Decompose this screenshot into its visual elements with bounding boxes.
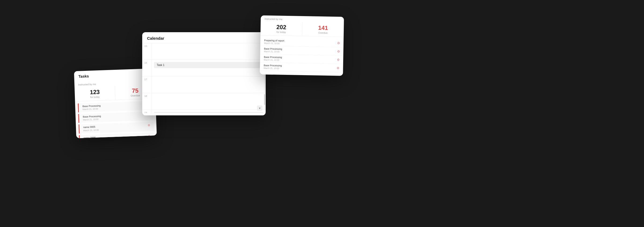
calendar-title: Calendar xyxy=(147,36,164,41)
tasks-title: Tasks xyxy=(78,72,150,78)
calendar-header: Calendar xyxy=(142,32,266,43)
inst-overdue-icon-2: ⊙ xyxy=(337,58,339,61)
cal-slot-15 xyxy=(152,43,266,60)
cal-slot-19[interactable]: Task 2 The JSON hard Drive is down, copy… xyxy=(152,110,266,113)
inst-stat-overdue: 141 Overdue xyxy=(302,22,344,37)
inst-overdue-label: Overdue xyxy=(305,31,341,35)
inst-task-item-3[interactable]: Base Processing March 21, 10:00 ⊙ xyxy=(260,63,343,72)
task-item-2[interactable]: name 0005 ⊙ March 21, 10:00 xyxy=(79,122,154,134)
tasks-today-label: for today xyxy=(78,95,112,99)
inst-task-info-3: Base Processing March 21, 10:00 xyxy=(264,64,335,71)
instructed-card: Instructed by me 202 for today 141 Overd… xyxy=(260,15,344,76)
cal-slot-17 xyxy=(152,76,266,93)
inst-stat-today: 202 for today xyxy=(261,21,302,36)
overdue-icon-2: ⊙ xyxy=(148,124,150,127)
cal-time-19: 19 xyxy=(142,110,152,113)
task-name-1: Base Processing xyxy=(83,115,101,118)
inst-task-info-0: Preparing of report March 21, 10:00 xyxy=(264,39,335,46)
cal-row-18: 18 xyxy=(142,93,266,110)
inst-task-list: Preparing of report March 21, 10:00 ⊙ Ba… xyxy=(260,38,343,72)
tasks-stat-today: 123 for today xyxy=(75,86,115,101)
inst-overdue-icon-0: ⊙ xyxy=(337,41,340,45)
inst-task-info-2: Base Processing March 21, 10:00 xyxy=(264,56,335,63)
cal-event-task2[interactable]: Task 2 The JSON hard Drive is down, copy… xyxy=(154,112,264,113)
task-name-0: Base Processing xyxy=(82,104,101,108)
task-item-header-3: name 0006 ⊙ xyxy=(83,134,150,138)
inst-today-label: for today xyxy=(264,31,299,34)
cal-row-17: 17 xyxy=(142,76,266,93)
cal-slot-16[interactable]: Task 1 xyxy=(152,60,266,76)
calendar-body: 15 16 Task 1 17 18 19 Task xyxy=(142,43,266,113)
inst-stats-row: 202 for today 141 Overdue xyxy=(261,21,344,37)
task-item-0[interactable]: Base Processing March 21, 10:00 xyxy=(78,101,153,113)
inst-today-number: 202 xyxy=(276,24,286,31)
inst-overdue-number: 141 xyxy=(318,24,328,31)
cal-row-19: 19 Task 2 The JSON hard Drive is down, c… xyxy=(142,110,266,113)
cal-scrollbar-thumb xyxy=(264,94,265,105)
cal-slot-18 xyxy=(152,93,266,109)
cal-row-16: 16 Task 1 xyxy=(142,60,266,76)
cal-time-17: 17 xyxy=(142,76,152,93)
calendar-card: Calendar 15 16 Task 1 17 18 19 xyxy=(142,32,266,115)
inst-overdue-icon-1: ⊙ xyxy=(337,50,340,53)
task-date-3: March 21, 10:00 xyxy=(84,138,151,138)
cal-event-title-1: Task 1 xyxy=(157,64,261,67)
cal-time-18: 18 xyxy=(142,93,152,109)
cal-event-task1[interactable]: Task 1 xyxy=(154,62,264,68)
inst-task-info-1: Base Processing March 21, 10:00 xyxy=(264,47,335,54)
task-name-2: name 0005 xyxy=(83,126,95,129)
inst-overdue-icon-3: ⊙ xyxy=(337,66,339,70)
task-item-3[interactable]: name 0006 ⊙ March 21, 10:00 xyxy=(79,133,154,138)
overdue-icon-3: ⊙ xyxy=(148,134,150,137)
cal-time-15: 15 xyxy=(142,43,152,60)
cal-expand-button[interactable]: ▼ xyxy=(257,105,262,111)
cal-row-15: 15 xyxy=(142,43,266,60)
cal-time-16: 16 xyxy=(142,60,152,76)
tasks-today-number: 123 xyxy=(90,89,100,96)
tasks-overdue-number: 75 xyxy=(132,87,138,94)
task-name-3: name 0006 xyxy=(83,136,96,138)
